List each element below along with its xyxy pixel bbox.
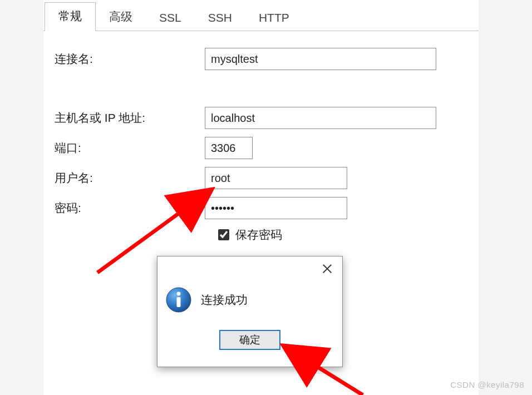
watermark: CSDN @keyila798: [450, 380, 524, 389]
label-conn-name: 连接名:: [55, 51, 205, 67]
save-password-label: 保存密码: [235, 227, 282, 243]
tab-advanced[interactable]: 高级: [96, 3, 146, 31]
port-input[interactable]: [205, 137, 253, 159]
svg-point-1: [177, 292, 181, 296]
user-input[interactable]: [205, 167, 347, 189]
label-user: 用户名:: [55, 170, 205, 186]
tab-ssh[interactable]: SSH: [195, 6, 245, 31]
label-host: 主机名或 IP 地址:: [55, 110, 205, 126]
close-icon[interactable]: [318, 259, 337, 278]
tab-bar: 常规 高级 SSL SSH HTTP: [43, 0, 479, 31]
label-port: 端口:: [55, 140, 205, 156]
result-dialog: 连接成功 确定: [157, 256, 343, 367]
tab-ssl[interactable]: SSL: [146, 6, 195, 31]
conn-name-input[interactable]: [205, 48, 436, 70]
dialog-message: 连接成功: [201, 292, 248, 308]
save-password-checkbox[interactable]: [218, 229, 229, 240]
host-input[interactable]: [205, 107, 436, 129]
svg-rect-2: [177, 297, 181, 307]
tab-strip-divider: [43, 31, 479, 31]
password-input[interactable]: [205, 197, 347, 219]
dialog-titlebar: [157, 256, 342, 281]
ok-button[interactable]: 确定: [219, 330, 280, 350]
tab-general[interactable]: 常规: [45, 2, 96, 32]
info-icon: [165, 287, 192, 313]
tab-http[interactable]: HTTP: [245, 6, 303, 31]
form-area: 连接名: 主机名或 IP 地址: 端口: 用户名: 密码: 保存密码: [43, 31, 479, 243]
label-password: 密码:: [55, 200, 205, 216]
